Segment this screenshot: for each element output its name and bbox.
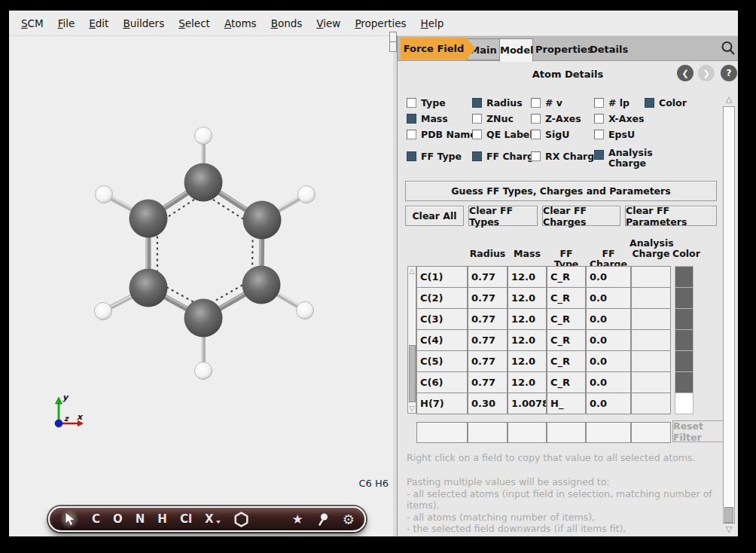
checkbox-box[interactable] xyxy=(472,130,482,139)
filter-ff-type-input[interactable] xyxy=(547,422,586,443)
menu-properties[interactable]: Properties xyxy=(350,17,410,29)
clear-all-button[interactable]: Clear All xyxy=(405,206,464,226)
cell-ff-charge[interactable]: 0.0 xyxy=(586,329,631,351)
menu-atoms[interactable]: Atoms xyxy=(220,17,261,29)
cell-ff-type[interactable]: C_R xyxy=(547,266,586,288)
checkbox-num-v[interactable]: # v xyxy=(531,98,562,108)
menu-select[interactable]: Select xyxy=(174,17,215,29)
cell-atom[interactable]: C(6) xyxy=(416,371,468,393)
cell-analysis-charge[interactable] xyxy=(631,393,671,414)
cell-ff-charge[interactable]: 0.0 xyxy=(586,350,631,372)
checkbox-color[interactable]: Color xyxy=(645,98,687,108)
color-swatch[interactable] xyxy=(675,371,694,393)
cell-radius[interactable]: 0.77 xyxy=(468,308,508,330)
cell-analysis-charge[interactable] xyxy=(631,350,671,372)
element-o-button[interactable]: O xyxy=(113,512,123,526)
checkbox-pdb-name[interactable]: PDB Name xyxy=(407,130,477,140)
scroll-down-icon[interactable]: ▽ xyxy=(408,405,416,412)
tab-details[interactable]: Details xyxy=(590,38,627,60)
checkbox-box[interactable] xyxy=(472,151,482,161)
element-x-button[interactable]: X xyxy=(205,512,221,526)
cell-ff-charge[interactable]: 0.0 xyxy=(586,393,631,414)
cell-radius[interactable]: 0.77 xyxy=(468,329,508,351)
cell-ff-charge[interactable]: 0.0 xyxy=(586,308,631,330)
filter-atom-input[interactable] xyxy=(416,422,468,443)
cell-ff-type[interactable]: C_R xyxy=(547,287,586,309)
clear-ff-parameters-button[interactable]: Clear FF Parameters xyxy=(625,206,717,226)
checkbox-box[interactable] xyxy=(407,130,416,139)
filter-mass-input[interactable] xyxy=(508,422,547,443)
cell-ff-charge[interactable]: 0.0 xyxy=(586,266,631,288)
nav-forward-button[interactable]: ❯ xyxy=(698,65,715,81)
checkbox-box[interactable] xyxy=(531,151,541,161)
search-icon[interactable] xyxy=(720,40,736,57)
cell-ff-charge[interactable]: 0.0 xyxy=(586,287,631,309)
checkbox-box[interactable] xyxy=(407,114,416,124)
color-swatch[interactable] xyxy=(675,287,694,309)
checkbox-box[interactable] xyxy=(594,98,604,108)
cell-analysis-charge[interactable] xyxy=(631,287,671,309)
reset-filter-button[interactable]: Reset Filter xyxy=(672,420,729,442)
menu-builders[interactable]: Builders xyxy=(118,17,169,29)
cell-mass[interactable]: 12.0 xyxy=(508,371,547,393)
cell-ff-charge[interactable]: 0.0 xyxy=(586,371,631,393)
panel-scrollbar-thumb[interactable] xyxy=(724,507,733,523)
checkbox-box[interactable] xyxy=(472,98,482,108)
checkbox-analysis-charge[interactable]: Analysis Charge xyxy=(594,148,652,169)
checkbox-box[interactable] xyxy=(594,130,604,139)
color-swatch[interactable] xyxy=(675,393,694,414)
checkbox-ff-type[interactable]: FF Type xyxy=(407,151,462,162)
cell-atom[interactable]: C(1) xyxy=(416,266,468,288)
color-swatch[interactable] xyxy=(675,266,694,288)
checkbox-mass[interactable]: Mass xyxy=(407,114,448,124)
tab-model[interactable]: Model xyxy=(499,38,533,62)
table-scrollbar-thumb[interactable] xyxy=(409,345,416,402)
checkbox-type[interactable]: Type xyxy=(407,98,446,108)
menu-edit[interactable]: Edit xyxy=(84,17,113,29)
cell-analysis-charge[interactable] xyxy=(631,329,671,351)
checkbox-box[interactable] xyxy=(407,98,416,108)
element-n-button[interactable]: N xyxy=(136,512,145,526)
ring-tool-button[interactable] xyxy=(233,512,249,527)
nav-back-button[interactable]: ❮ xyxy=(677,65,694,81)
color-swatch[interactable] xyxy=(675,350,694,372)
cell-radius[interactable]: 0.77 xyxy=(468,371,508,393)
checkbox-box[interactable] xyxy=(594,114,604,124)
clear-ff-charges-button[interactable]: Clear FF Charges xyxy=(542,206,620,226)
cell-ff-type[interactable]: C_R xyxy=(547,308,586,330)
carbon-atoms[interactable] xyxy=(130,163,282,338)
panel-scroll-down-icon[interactable]: ▽ xyxy=(723,524,735,534)
cell-mass[interactable]: 12.0 xyxy=(508,308,547,330)
checkbox-ff-charge[interactable]: FF Charge xyxy=(472,151,541,162)
cell-atom[interactable]: C(3) xyxy=(416,308,468,330)
checkbox-znuc[interactable]: ZNuc xyxy=(472,114,514,124)
cell-mass[interactable]: 1.007825 xyxy=(508,393,547,414)
splitter-handle[interactable] xyxy=(389,32,397,52)
filter-radius-input[interactable] xyxy=(468,422,508,443)
filter-ff-charge-input[interactable] xyxy=(586,422,631,443)
element-cl-button[interactable]: Cl xyxy=(180,512,192,526)
panel-scroll-up-icon[interactable]: △ xyxy=(723,94,735,104)
cell-radius[interactable]: 0.77 xyxy=(468,266,508,288)
cell-radius[interactable]: 0.77 xyxy=(468,287,508,309)
checkbox-epsu[interactable]: EpsU xyxy=(594,130,635,140)
cell-mass[interactable]: 12.0 xyxy=(508,329,547,351)
checkbox-x-axes[interactable]: X-Axes xyxy=(594,114,644,124)
checkbox-box[interactable] xyxy=(407,151,416,161)
element-c-button[interactable]: C xyxy=(92,512,100,526)
cell-ff-type[interactable]: C_R xyxy=(547,329,586,351)
checkbox-num-lp[interactable]: # lp xyxy=(594,98,629,108)
color-swatch[interactable] xyxy=(675,329,694,351)
checkbox-sigu[interactable]: SigU xyxy=(531,130,569,140)
checkbox-radius[interactable]: Radius xyxy=(472,98,523,108)
cell-atom[interactable]: C(5) xyxy=(416,350,468,372)
checkbox-rx-charge[interactable]: RX Charge xyxy=(531,151,601,162)
element-h-button[interactable]: H xyxy=(157,512,167,526)
settings-button[interactable]: ⚙ xyxy=(343,512,355,527)
panel-scrollbar[interactable] xyxy=(723,106,735,524)
cell-analysis-charge[interactable] xyxy=(631,308,671,330)
checkbox-box[interactable] xyxy=(531,114,541,124)
checkbox-box[interactable] xyxy=(594,150,604,160)
table-scrollbar[interactable]: △ ▽ xyxy=(407,266,416,414)
cell-atom[interactable]: C(2) xyxy=(416,287,468,309)
